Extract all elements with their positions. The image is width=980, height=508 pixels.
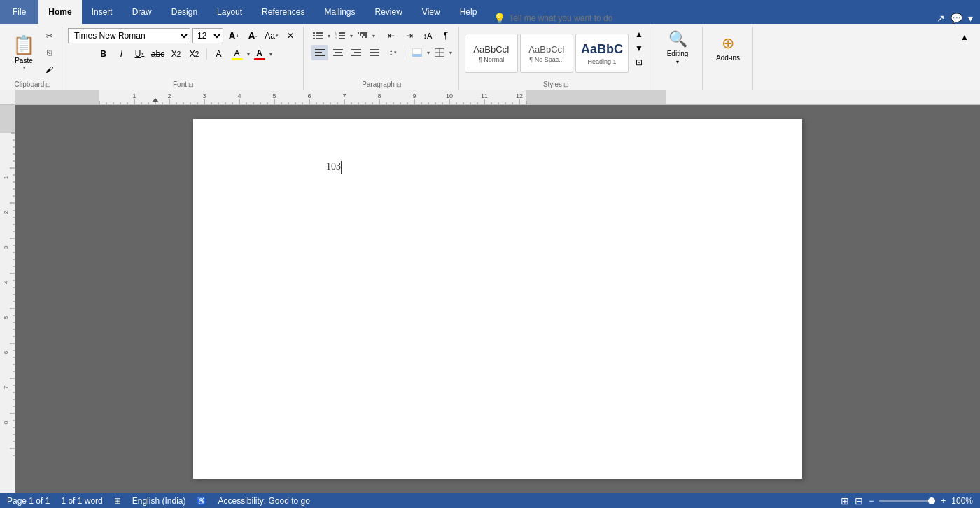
shading-button[interactable]	[409, 45, 426, 60]
style-normal-label: ¶ Normal	[479, 56, 504, 63]
italic-button[interactable]: I	[113, 46, 130, 62]
svg-rect-26	[351, 55, 361, 56]
zoom-in-icon[interactable]: +	[941, 496, 946, 506]
bold-button[interactable]: B	[95, 46, 112, 62]
ribbon-collapse-button[interactable]: ▲	[956, 29, 973, 45]
underline-button[interactable]: U▾	[132, 46, 148, 62]
tab-view[interactable]: View	[412, 0, 450, 24]
styles-expand-button[interactable]: ⊡	[631, 56, 648, 69]
share-icon: ↗	[937, 13, 945, 24]
paragraph-expand-icon[interactable]: ⊡	[396, 81, 402, 88]
svg-rect-25	[354, 52, 361, 53]
font-color-dropdown-icon[interactable]: ▾	[270, 51, 272, 57]
justify-button[interactable]	[366, 45, 383, 60]
horizontal-ruler: 1 2 3 4 5 6 7 8 9 10 11 12	[15, 90, 980, 104]
styles-scroll-up-button[interactable]: ▲	[631, 28, 648, 41]
clipboard-group: 📋 Paste ▾ ✂ ⎘ 🖌 Clipboard ⊡	[4, 27, 62, 90]
cut-button[interactable]: ✂	[41, 28, 57, 43]
search-input[interactable]	[509, 13, 649, 23]
font-size-select[interactable]: 12	[192, 28, 223, 43]
styles-group: AaBbCcI ¶ Normal AaBbCcI ¶ No Spac... Aa…	[461, 27, 652, 90]
paste-button[interactable]: 📋 Paste ▾	[8, 33, 39, 72]
svg-text:4: 4	[237, 92, 241, 99]
style-heading1-card[interactable]: AaBbC Heading 1	[575, 34, 629, 73]
tab-draw[interactable]: Draw	[122, 0, 162, 24]
accessibility-status[interactable]: Accessibility: Good to go	[218, 496, 309, 506]
multilevel-list-button[interactable]	[354, 28, 371, 43]
svg-text:12: 12	[516, 92, 523, 99]
svg-rect-27	[370, 49, 379, 50]
increase-font-size-button[interactable]: A+	[225, 28, 242, 43]
tab-insert[interactable]: Insert	[82, 0, 122, 24]
clipboard-expand-icon[interactable]: ⊡	[46, 81, 51, 88]
change-case-button[interactable]: Aa▾	[263, 28, 280, 43]
svg-text:3: 3	[202, 92, 206, 99]
word-count[interactable]: 1 of 1 word	[61, 496, 102, 506]
view-print-layout-icon[interactable]: ⊞	[841, 495, 849, 507]
zoom-slider[interactable]	[879, 500, 935, 502]
subscript-button[interactable]: X2	[168, 46, 185, 62]
separator	[206, 48, 207, 60]
font-color-button[interactable]: A	[251, 46, 268, 62]
styles-scroll-down-button[interactable]: ▼	[631, 42, 648, 55]
tab-references[interactable]: References	[252, 0, 314, 24]
font-face-select[interactable]: Times New Roman	[68, 28, 190, 43]
align-center-button[interactable]	[330, 45, 346, 60]
show-paragraph-button[interactable]: ¶	[438, 28, 454, 43]
minimize-icon[interactable]: ▾	[968, 13, 973, 24]
tab-file[interactable]: File	[0, 0, 38, 24]
copy-button[interactable]: ⎘	[41, 45, 57, 60]
zoom-out-icon[interactable]: −	[869, 496, 874, 506]
borders-button[interactable]	[431, 45, 448, 60]
tab-home[interactable]: Home	[38, 0, 81, 24]
paragraph-group: ▾ 1.2.3. ▾ ▾ ⇤ ⇥ ↕A ¶	[305, 27, 459, 90]
document-stats-icon[interactable]: ⊞	[114, 496, 121, 506]
borders-dropdown-icon[interactable]: ▾	[449, 50, 452, 56]
view-web-layout-icon[interactable]: ⊟	[855, 495, 863, 507]
svg-rect-37	[15, 90, 99, 104]
format-painter-button[interactable]: 🖌	[41, 62, 57, 77]
line-spacing-button[interactable]: ↕▾	[384, 45, 401, 60]
bullets-dropdown-icon[interactable]: ▾	[328, 33, 330, 39]
decrease-font-size-button[interactable]: A-	[244, 28, 261, 43]
addins-button[interactable]: ⊕ Add-ins	[708, 28, 748, 67]
zoom-thumb[interactable]	[928, 497, 935, 504]
style-nospace-card[interactable]: AaBbCcI ¶ No Spac...	[520, 34, 573, 73]
tab-layout[interactable]: Layout	[207, 0, 252, 24]
page-area[interactable]: 103	[15, 105, 980, 493]
highlight-dropdown-icon[interactable]: ▾	[247, 51, 250, 57]
tab-mailings[interactable]: Mailings	[314, 0, 365, 24]
page-content[interactable]: 103	[249, 161, 746, 441]
numbering-dropdown-icon[interactable]: ▾	[350, 33, 353, 39]
editing-button[interactable]: 🔍 Editing ▾	[658, 28, 697, 67]
multilevel-dropdown-icon[interactable]: ▾	[372, 33, 375, 39]
styles-expand-icon[interactable]: ⊡	[564, 81, 569, 88]
svg-text:2: 2	[167, 92, 171, 99]
svg-rect-23	[333, 55, 343, 56]
font-group: Times New Roman 12 A+ A- Aa▾ ✕ B I U▾ ab…	[64, 27, 304, 90]
superscript-button[interactable]: X2	[186, 46, 203, 62]
numbering-button[interactable]: 1.2.3.	[332, 28, 349, 43]
align-left-button[interactable]	[312, 45, 328, 60]
font-expand-icon[interactable]: ⊡	[188, 81, 194, 88]
shading-dropdown-icon[interactable]: ▾	[427, 50, 430, 56]
ribbon-tab-bar: File Home Insert Draw Design Layout Refe…	[0, 0, 980, 24]
bullets-button[interactable]	[309, 28, 326, 43]
highlight-color-button[interactable]: A	[229, 46, 246, 62]
tab-design[interactable]: Design	[162, 0, 207, 24]
zoom-percent[interactable]: 100%	[951, 496, 973, 506]
align-right-button[interactable]	[348, 45, 365, 60]
text-effects-button[interactable]: A	[211, 46, 227, 62]
clear-formatting-button[interactable]: ✕	[282, 28, 299, 43]
font-label: Font	[173, 81, 187, 88]
document-page[interactable]: 103	[193, 119, 802, 479]
page-info[interactable]: Page 1 of 1	[7, 496, 50, 506]
tab-review[interactable]: Review	[365, 0, 412, 24]
decrease-indent-button[interactable]: ⇤	[383, 28, 400, 43]
strikethrough-button[interactable]: abc	[150, 46, 167, 62]
sort-button[interactable]: ↕A	[419, 28, 436, 43]
increase-indent-button[interactable]: ⇥	[401, 28, 418, 43]
tab-help[interactable]: Help	[450, 0, 487, 24]
style-normal-card[interactable]: AaBbCcI ¶ Normal	[465, 34, 518, 73]
language[interactable]: English (India)	[132, 496, 186, 506]
